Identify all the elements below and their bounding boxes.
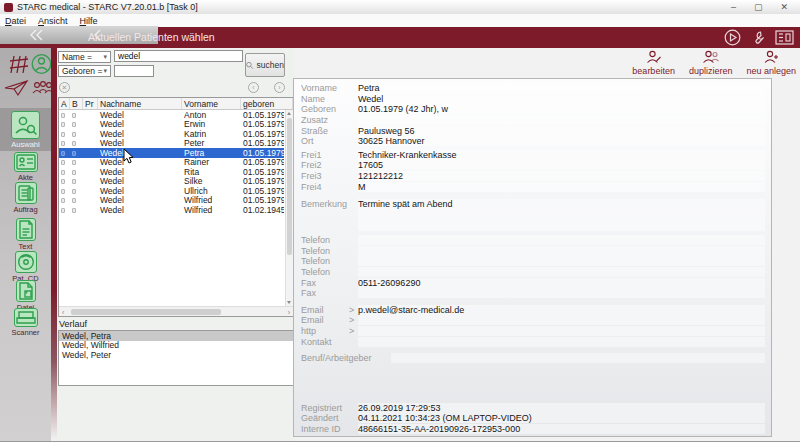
table-row[interactable]: WedelErwin01.05.1979 bbox=[59, 120, 284, 130]
sidebar-item-text[interactable]: Text bbox=[0, 218, 51, 251]
sidebar: Auswahl Akte bbox=[0, 48, 51, 442]
link-arrow-icon[interactable]: > bbox=[349, 315, 358, 325]
close-button[interactable]: ✕ bbox=[780, 2, 788, 12]
field-value[interactable] bbox=[358, 246, 765, 256]
field-label: Telefon bbox=[301, 246, 349, 256]
verlauf-item[interactable]: Wedel, Peter bbox=[59, 350, 293, 360]
field-value[interactable] bbox=[391, 353, 765, 363]
bearbeiten-button[interactable]: bearbeiten bbox=[632, 50, 675, 76]
field-value[interactable] bbox=[358, 267, 765, 277]
scroll-left-icon[interactable]: ‹ bbox=[62, 309, 64, 316]
flag-a-icon bbox=[61, 189, 65, 194]
field-value[interactable]: 0511-26096290 bbox=[358, 278, 765, 288]
send-icon[interactable] bbox=[4, 79, 29, 97]
table-row[interactable]: WedelKatrin01.05.1979 bbox=[59, 129, 284, 139]
table-row[interactable]: WedelSilke01.05.1979 bbox=[59, 177, 284, 187]
field-label: Telefon bbox=[301, 256, 349, 266]
field-value[interactable]: p.wedel@starc-medical.de bbox=[358, 305, 765, 315]
flag-b-icon bbox=[72, 189, 76, 194]
vertical-scrollbar[interactable] bbox=[285, 110, 293, 306]
field-value[interactable]: Techniker-Krankenkasse bbox=[358, 150, 765, 160]
person-search-icon bbox=[11, 111, 40, 139]
wrench-icon[interactable] bbox=[750, 30, 766, 46]
field-label: Straße bbox=[301, 126, 349, 136]
field-value[interactable]: 17605 bbox=[358, 160, 765, 170]
search-name-input[interactable] bbox=[114, 50, 243, 62]
sidebar-item-akte[interactable]: Akte bbox=[0, 152, 51, 182]
prev-patient-icon[interactable]: ‹ bbox=[248, 82, 259, 93]
menu-hilfe[interactable]: Hilfe bbox=[80, 16, 98, 26]
table-row[interactable]: WedelAnton01.05.1979 bbox=[59, 110, 284, 120]
next-patient-icon[interactable]: › bbox=[274, 82, 285, 93]
scroll-down-icon[interactable] bbox=[287, 301, 291, 304]
sidebar-item-scanner[interactable]: Scanner bbox=[0, 308, 51, 337]
duplizieren-button[interactable]: duplizieren bbox=[689, 50, 733, 76]
field-label: Telefon bbox=[301, 235, 349, 245]
patient-circle-icon[interactable] bbox=[31, 53, 52, 75]
field-value[interactable]: Wedel bbox=[358, 94, 765, 104]
field-value[interactable] bbox=[358, 115, 765, 125]
verlauf-item[interactable]: Wedel, Wilfried bbox=[59, 341, 293, 351]
field-label: http bbox=[301, 326, 349, 336]
search-field1-selector[interactable]: Name =▾ bbox=[58, 51, 111, 63]
scrollbar-thumb[interactable] bbox=[287, 118, 292, 255]
page-title: Aktuellen Patienten wählen bbox=[88, 31, 215, 43]
field-value[interactable]: 30625 Hannover bbox=[358, 136, 765, 146]
field-value[interactable] bbox=[358, 337, 765, 347]
grid-icon[interactable] bbox=[8, 54, 29, 75]
scroll-right-icon[interactable]: › bbox=[288, 309, 290, 316]
field-value[interactable]: Petra bbox=[358, 83, 765, 93]
field-label: Zusatz bbox=[301, 115, 349, 125]
field-label: Frei2 bbox=[301, 160, 349, 170]
maximize-button[interactable]: ▢ bbox=[754, 2, 763, 12]
table-row[interactable]: WedelUllrich01.05.1979 bbox=[59, 186, 284, 196]
field-value[interactable] bbox=[358, 256, 765, 266]
field-value[interactable]: Termine spät am Abend bbox=[358, 199, 765, 231]
patient-table: A B Pr Nachname Vorname geboren WedelAnt… bbox=[58, 97, 294, 317]
suchen-button[interactable]: suchen bbox=[245, 53, 285, 77]
minimize-button[interactable]: – bbox=[731, 2, 736, 12]
scroll-up-icon[interactable] bbox=[287, 112, 291, 115]
field-value[interactable] bbox=[358, 235, 765, 245]
field-label: Ort bbox=[301, 136, 349, 146]
link-arrow-icon[interactable]: > bbox=[349, 326, 358, 336]
table-row-selected[interactable]: WedelPetra01.05.1979 bbox=[59, 148, 284, 158]
verlauf-list: Wedel, Petra Wedel, Wilfried Wedel, Pete… bbox=[58, 330, 294, 386]
horizontal-scrollbar[interactable]: ‹ › bbox=[59, 306, 293, 316]
search-field2-selector[interactable]: Geboren =▾ bbox=[58, 65, 111, 77]
table-row[interactable]: WedelPeter01.05.1979 bbox=[59, 139, 284, 149]
verlauf-item-selected[interactable]: Wedel, Petra bbox=[59, 331, 293, 341]
clear-search-icon[interactable]: ✕ bbox=[59, 82, 70, 93]
menu-datei[interactable]: Datei bbox=[5, 16, 26, 26]
table-row[interactable]: WedelRita01.05.1979 bbox=[59, 167, 284, 177]
flag-b-icon bbox=[72, 208, 76, 213]
field-value[interactable] bbox=[358, 326, 765, 336]
title-bar: STARC medical - STARC V7.20.01.b [Task 0… bbox=[0, 0, 800, 14]
sidebar-item-patcd[interactable]: Pat. CD bbox=[0, 251, 51, 283]
field-value[interactable] bbox=[358, 288, 765, 298]
field-value[interactable]: M bbox=[358, 182, 765, 192]
double-back-icon[interactable] bbox=[30, 29, 44, 41]
video-monitor-icon[interactable] bbox=[775, 30, 794, 45]
flag-a-icon bbox=[61, 179, 65, 184]
table-row[interactable]: WedelWilfried01.02.1945 bbox=[59, 205, 284, 215]
flag-b-icon bbox=[72, 151, 76, 156]
table-row[interactable]: WedelRainer01.05.1979 bbox=[59, 158, 284, 168]
table-row[interactable]: WedelWilfried01.05.1979 bbox=[59, 196, 284, 206]
scrollbar-thumb[interactable] bbox=[71, 309, 221, 315]
menu-ansicht[interactable]: Ansicht bbox=[38, 16, 68, 26]
play-circle-icon[interactable] bbox=[724, 29, 741, 46]
field-label: Vorname bbox=[301, 83, 349, 93]
flag-a-icon bbox=[61, 208, 65, 213]
sidebar-item-auftrag[interactable]: Auftrag bbox=[0, 182, 51, 214]
sidebar-item-auswahl[interactable]: Auswahl bbox=[0, 111, 51, 149]
patient-table-header[interactable]: A B Pr Nachname Vorname geboren bbox=[59, 98, 293, 110]
flag-a-icon bbox=[61, 151, 65, 156]
field-value[interactable]: 121212212 bbox=[358, 171, 765, 181]
link-arrow-icon[interactable]: > bbox=[349, 305, 358, 315]
field-value[interactable]: Paulusweg 56 bbox=[358, 126, 765, 136]
neu-anlegen-button[interactable]: neu anlegen bbox=[746, 50, 796, 76]
field-value[interactable]: 01.05.1979 (42 Jhr), w bbox=[358, 104, 765, 114]
field-value[interactable] bbox=[358, 315, 765, 325]
search-geboren-input[interactable] bbox=[114, 65, 154, 77]
